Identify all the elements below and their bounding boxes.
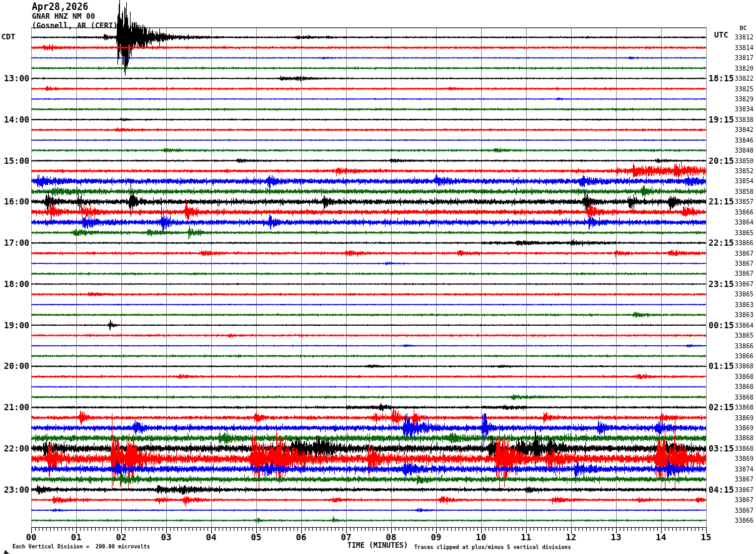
- dc-offset-value: 33867: [735, 486, 754, 493]
- dc-offset-value: 33866: [735, 517, 754, 524]
- dc-offset-value: 33858: [735, 188, 754, 195]
- dc-offset-value: 33869: [735, 415, 754, 421]
- hour-label-utc: 02:15: [709, 402, 734, 412]
- dc-offset-value: 33867: [735, 270, 754, 277]
- dc-offset-value: 33864: [735, 322, 754, 329]
- dc-offset-value: 33864: [735, 219, 754, 226]
- dc-offset-value: 33814: [735, 44, 754, 51]
- dc-offset-value: 33822: [735, 75, 754, 82]
- dc-offset-value: 33867: [735, 507, 754, 514]
- dc-offset-value: 33842: [735, 126, 754, 133]
- x-tick-label: 15: [697, 532, 715, 542]
- dc-offset-value: 33868: [735, 394, 754, 401]
- hour-label-cdt: 17:00: [0, 238, 29, 248]
- hour-label-cdt: 21:00: [0, 402, 29, 412]
- hour-label-cdt: 18:00: [0, 279, 29, 289]
- dc-offset-value: 33838: [735, 116, 754, 123]
- x-axis-title: TIME (MINUTES): [347, 541, 408, 550]
- dc-offset-value: 33867: [735, 476, 754, 483]
- dc-offset-value: 33868: [735, 445, 754, 452]
- dc-offset-value: 33866: [735, 353, 754, 360]
- header-location: (Gosnell, AR (CERI): [32, 21, 117, 30]
- dc-offset-value: 33867: [735, 496, 754, 503]
- dc-offset-value: 33868: [735, 404, 754, 411]
- timezone-label-utc: UTC: [714, 30, 729, 39]
- dc-offset-value: 33869: [735, 425, 754, 431]
- x-tick-label: 05: [247, 532, 265, 542]
- dc-offset-value: 33866: [735, 343, 754, 350]
- hour-label-cdt: 16:00: [0, 196, 29, 206]
- dc-offset-value: 33869: [735, 455, 754, 462]
- dc-offset-value: 33863: [735, 301, 754, 308]
- hour-label-cdt: 22:00: [0, 443, 29, 453]
- helicorder-screen: Apr28,2026 GNAR HNZ NM 00 (Gosnell, AR (…: [0, 0, 756, 554]
- dc-offset-value: 33865: [735, 332, 754, 339]
- x-tick-label: 03: [157, 532, 175, 542]
- x-tick-label: 14: [652, 532, 670, 542]
- hour-label-utc: 21:15: [709, 196, 734, 206]
- dc-offset-value: 33867: [735, 260, 754, 267]
- dc-offset-value: 33867: [735, 281, 754, 288]
- hour-label-utc: 00:15: [709, 320, 734, 330]
- dc-offset-value: 33866: [735, 209, 754, 216]
- hour-label-utc: 01:15: [709, 361, 734, 371]
- x-tick-label: 00: [22, 532, 40, 542]
- hour-label-utc: 23:15: [709, 279, 734, 289]
- dc-offset-value: 33868: [735, 363, 754, 370]
- x-tick-label: 12: [562, 532, 580, 542]
- x-tick-label: 06: [292, 532, 310, 542]
- vertical-scale-note: Each Vertical Division = 200.00 microvol…: [12, 543, 150, 550]
- hour-label-cdt: 14:00: [0, 114, 29, 124]
- dc-offset-value: 33850: [735, 158, 754, 164]
- dc-offset-value: 33863: [735, 311, 754, 318]
- dc-offset-value: 33868: [735, 373, 754, 380]
- hour-label-cdt: 20:00: [0, 361, 29, 371]
- clip-note: Traces clipped at plus/minus 5 vertical …: [414, 544, 571, 550]
- dc-offset-value: 33820: [735, 65, 754, 72]
- dc-offset-value: 33825: [735, 86, 754, 93]
- x-tick-label: 13: [607, 532, 625, 542]
- header-date: Apr28,2026: [32, 1, 88, 13]
- hour-label-utc: 04:15: [709, 485, 734, 495]
- x-tick-label: 02: [112, 532, 130, 542]
- dc-offset-value: 33866: [735, 239, 754, 246]
- x-tick-label: 11: [517, 532, 535, 542]
- hour-label-cdt: 15:00: [0, 156, 29, 166]
- dc-offset-value: 33848: [735, 147, 754, 154]
- dc-offset-value: 33868: [735, 383, 754, 390]
- dc-offset-value: 33852: [735, 168, 754, 174]
- header-station: GNAR HNZ NM 00: [32, 12, 95, 21]
- dc-column-header: DC: [740, 25, 747, 31]
- dc-offset-value: 33817: [735, 54, 754, 61]
- dc-offset-value: 33829: [735, 96, 754, 103]
- seismic-squiggle-icon: [3, 546, 11, 554]
- dc-offset-value: 33874: [735, 466, 754, 473]
- hour-label-utc: 03:15: [709, 443, 734, 453]
- dc-offset-value: 33834: [735, 106, 754, 113]
- x-tick-label: 01: [67, 532, 85, 542]
- hour-label-utc: 19:15: [709, 114, 734, 124]
- dc-offset-value: 33846: [735, 137, 754, 144]
- hour-label-cdt: 13:00: [0, 73, 29, 83]
- x-tick-label: 10: [472, 532, 490, 542]
- dc-offset-value: 33868: [735, 435, 754, 441]
- dc-offset-value: 33865: [735, 291, 754, 298]
- hour-label-utc: 20:15: [709, 156, 734, 166]
- dc-offset-value: 33857: [735, 198, 754, 205]
- x-tick-label: 09: [427, 532, 445, 542]
- x-tick-label: 04: [202, 532, 220, 542]
- helicorder-plot-canvas[interactable]: [0, 0, 756, 554]
- dc-offset-value: 33812: [735, 34, 754, 41]
- hour-label-cdt: 19:00: [0, 320, 29, 330]
- hour-label-cdt: 23:00: [0, 485, 29, 495]
- timezone-label-cdt: CDT: [1, 32, 16, 41]
- dc-offset-value: 33854: [735, 178, 754, 184]
- dc-offset-value: 33865: [735, 229, 754, 236]
- dc-offset-value: 33867: [735, 250, 754, 257]
- hour-label-utc: 22:15: [709, 238, 734, 248]
- hour-label-utc: 18:15: [709, 73, 734, 83]
